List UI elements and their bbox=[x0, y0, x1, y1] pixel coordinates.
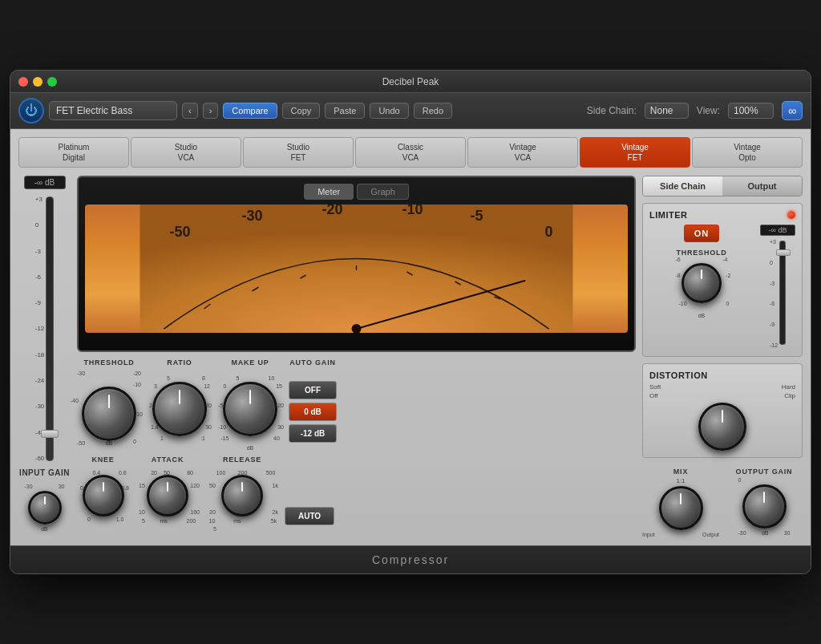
makeup-label: MAKE UP bbox=[231, 358, 269, 367]
side-output-tabs: Side Chain Output bbox=[642, 176, 803, 196]
mix-input-label: Input bbox=[642, 532, 655, 537]
release-label: RELEASE bbox=[223, 456, 261, 464]
dist-off-label: Off bbox=[649, 392, 658, 399]
side-chain-tab[interactable]: Side Chain bbox=[643, 176, 722, 196]
vu-tabs: Meter Graph bbox=[85, 184, 628, 200]
content-area: -∞ dB +3 0 -3 -6 -9 -12 -18 -24 -30 -40 … bbox=[18, 176, 803, 537]
meter-tab[interactable]: Meter bbox=[304, 184, 354, 200]
title-bar: Decibel Peak bbox=[10, 71, 811, 93]
release-knob[interactable] bbox=[221, 475, 263, 516]
clip-label: Clip bbox=[784, 392, 795, 399]
right-panel: Side Chain Output LIMITER ON THRESHOLD bbox=[642, 176, 803, 537]
tab-platinum-digital[interactable]: PlatinumDigital bbox=[18, 137, 129, 168]
ratio-knob[interactable] bbox=[152, 382, 207, 436]
main-body: PlatinumDigital StudioVCA StudioFET Clas… bbox=[10, 129, 811, 545]
window-controls bbox=[18, 77, 57, 87]
limiter-threshold-knob[interactable] bbox=[681, 263, 722, 303]
attack-label: ATTACK bbox=[152, 456, 184, 464]
bottom-controls: KNEE 0.4 0.6 0.2 0.8 0 1.0 AT bbox=[77, 456, 636, 532]
attack-knob[interactable] bbox=[147, 475, 188, 516]
toolbar-right: Side Chain: None View: 100% ∞ bbox=[587, 101, 803, 120]
output-tab[interactable]: Output bbox=[722, 176, 802, 196]
mix-label: MIX bbox=[673, 468, 688, 476]
makeup-knob[interactable] bbox=[223, 382, 277, 436]
auto-gain-minus12-button[interactable]: -12 dB bbox=[289, 424, 337, 443]
input-fader[interactable] bbox=[41, 430, 59, 438]
tab-studio-fet[interactable]: StudioFET bbox=[243, 137, 354, 168]
distortion-section: DISTORTION Soft Hard Off Clip bbox=[642, 363, 803, 458]
vu-meter: Meter Graph bbox=[77, 176, 636, 352]
next-preset-button[interactable]: › bbox=[203, 103, 219, 119]
paste-button[interactable]: Paste bbox=[325, 103, 365, 119]
tab-vintage-fet[interactable]: VintageFET bbox=[580, 137, 690, 168]
limiter-on-button[interactable]: ON bbox=[684, 225, 720, 242]
auto-gain-label: AUTO GAIN bbox=[289, 358, 336, 367]
knee-label: KNEE bbox=[91, 456, 114, 464]
input-gain-knob[interactable] bbox=[28, 491, 62, 525]
distortion-title: DISTORTION bbox=[649, 371, 795, 380]
limiter-section: LIMITER ON THRESHOLD -4 -6 -8 bbox=[642, 203, 803, 357]
svg-text:-30: -30 bbox=[241, 208, 262, 224]
minimize-button[interactable] bbox=[33, 77, 42, 87]
mix-output-label: Output bbox=[702, 532, 719, 537]
copy-button[interactable]: Copy bbox=[282, 103, 321, 119]
svg-text:-50: -50 bbox=[169, 224, 190, 240]
sidechain-select[interactable]: None bbox=[645, 103, 689, 119]
tab-studio-vca[interactable]: StudioVCA bbox=[131, 137, 241, 168]
auto-gain-off-button[interactable]: OFF bbox=[289, 381, 337, 399]
svg-text:-20: -20 bbox=[322, 205, 342, 217]
preset-selector[interactable]: FET Electric Bass bbox=[49, 101, 177, 120]
tab-classic-vca[interactable]: ClassicVCA bbox=[355, 137, 466, 168]
distortion-knob[interactable] bbox=[698, 403, 746, 451]
view-label: View: bbox=[697, 105, 720, 116]
limiter-fader[interactable] bbox=[776, 249, 791, 256]
graph-tab[interactable]: Graph bbox=[357, 184, 409, 200]
limiter-threshold-label: THRESHOLD bbox=[676, 249, 728, 257]
mix-knob[interactable] bbox=[659, 486, 703, 530]
limiter-title: LIMITER bbox=[649, 210, 688, 220]
tab-vintage-vca[interactable]: VintageVCA bbox=[467, 137, 578, 168]
plugin-window: Decibel Peak ⏻ FET Electric Bass ‹ › Com… bbox=[10, 70, 811, 574]
maximize-button[interactable] bbox=[47, 77, 57, 87]
auto-gain-buttons: OFF 0 dB -12 dB bbox=[289, 381, 337, 443]
redo-button[interactable]: Redo bbox=[414, 103, 452, 119]
auto-gain-0db-button[interactable]: 0 dB bbox=[289, 403, 337, 421]
ratio-label: RATIO bbox=[167, 358, 192, 367]
compare-button[interactable]: Compare bbox=[223, 103, 277, 119]
threshold-label: THRESHOLD bbox=[83, 358, 134, 367]
window-title: Decibel Peak bbox=[382, 76, 439, 87]
threshold-knob[interactable] bbox=[82, 387, 136, 441]
link-button[interactable]: ∞ bbox=[782, 101, 803, 120]
sidechain-label: Side Chain: bbox=[587, 105, 637, 116]
view-select[interactable]: 100% bbox=[728, 103, 774, 119]
comp-tabs: PlatinumDigital StudioVCA StudioFET Clas… bbox=[18, 137, 803, 168]
svg-text:0: 0 bbox=[544, 224, 552, 240]
input-gain-display: -∞ dB bbox=[24, 176, 66, 189]
limiter-led bbox=[787, 211, 795, 219]
tab-vintage-opto[interactable]: VintageOpto bbox=[692, 137, 803, 168]
vu-meter-face: -50 -30 -20 -10 -5 0 bbox=[85, 205, 628, 333]
input-gain-label: INPUT GAIN bbox=[19, 468, 70, 477]
mix-output-section: MIX 1:1 Input Output OUTPUT GAIN 0 bbox=[642, 468, 803, 537]
mix-ratio-label: 1:1 bbox=[676, 477, 685, 484]
limiter-header: LIMITER bbox=[649, 210, 795, 220]
toolbar: ⏻ FET Electric Bass ‹ › Compare Copy Pas… bbox=[10, 93, 811, 129]
toolbar-left: ⏻ FET Electric Bass ‹ › Compare Copy Pas… bbox=[18, 98, 452, 124]
svg-text:-10: -10 bbox=[402, 205, 423, 217]
prev-preset-button[interactable]: ‹ bbox=[182, 103, 198, 119]
bottom-title: Compressor bbox=[372, 553, 449, 566]
knee-knob[interactable] bbox=[83, 475, 124, 516]
undo-button[interactable]: Undo bbox=[370, 103, 408, 119]
soft-label: Soft bbox=[649, 383, 661, 391]
power-button[interactable]: ⏻ bbox=[18, 98, 44, 124]
bottom-bar: Compressor bbox=[10, 545, 811, 573]
hard-label: Hard bbox=[782, 383, 795, 391]
main-controls: THRESHOLD -30-20 -10 -50 bbox=[77, 358, 636, 446]
auto-button[interactable]: AUTO bbox=[285, 507, 334, 525]
output-gain-label: OUTPUT GAIN bbox=[736, 468, 793, 476]
limiter-db-display: -∞ dB bbox=[760, 225, 795, 236]
output-gain-knob[interactable] bbox=[742, 484, 787, 529]
svg-text:-5: -5 bbox=[470, 208, 483, 224]
close-button[interactable] bbox=[18, 77, 28, 87]
fader-mark-3: +3 bbox=[35, 196, 45, 203]
